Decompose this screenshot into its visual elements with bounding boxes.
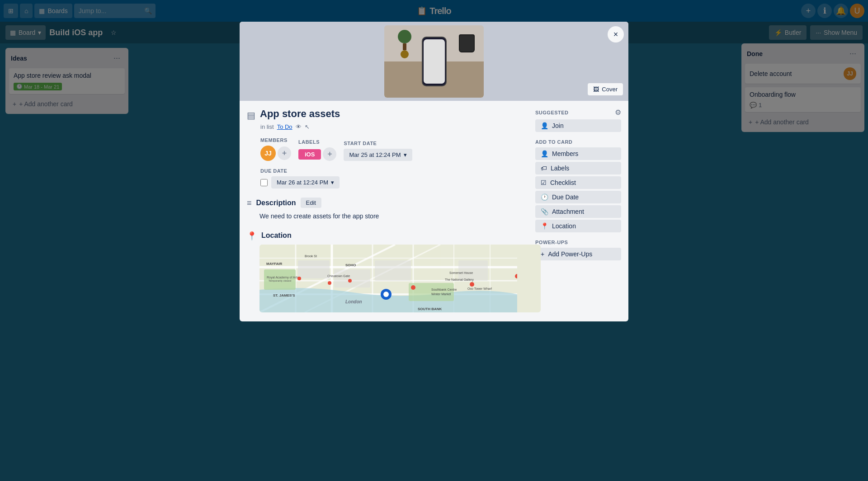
user-icon: 👤: [541, 122, 548, 129]
description-section: ≡ Description Edit We need to create ass…: [247, 198, 528, 221]
clock-icon: 🕐: [541, 193, 548, 201]
meta-row: MEMBERS JJ + LABELS i: [260, 137, 528, 161]
svg-point-36: [411, 285, 415, 290]
card-modal: 🖼 Cover × ▤ App store assets in list To …: [240, 22, 628, 321]
labels-button[interactable]: 🏷 Labels: [535, 162, 621, 174]
due-date-label: DUE DATE: [260, 168, 528, 174]
plus-icon: +: [541, 250, 544, 258]
chevron-down-icon: ▾: [331, 179, 334, 186]
attachment-icon: 📎: [541, 208, 548, 215]
svg-text:Winter Market: Winter Market: [431, 292, 451, 296]
user-icon: 👤: [541, 150, 548, 157]
location-button[interactable]: 📍 Location: [535, 220, 621, 232]
svg-text:ST. JAMES'S: ST. JAMES'S: [273, 293, 295, 297]
modal-body: ▤ App store assets in list To Do 👁 ↖ MEM…: [240, 101, 628, 321]
join-label: Join: [552, 122, 564, 129]
due-date-picker[interactable]: Mar 26 at 12:24 PM ▾: [271, 176, 340, 189]
start-date-picker[interactable]: Mar 25 at 12:24 PM ▾: [344, 149, 412, 161]
in-list-label: in list: [260, 123, 274, 130]
start-date-label: START DATE: [344, 141, 412, 146]
card-title-heading: App store assets: [260, 108, 340, 120]
description-icon: ≡: [247, 198, 252, 208]
members-label: MEMBERS: [260, 137, 291, 143]
plus-icon: +: [282, 149, 287, 158]
svg-text:Royal Academy of Arts: Royal Academy of Arts: [267, 276, 299, 279]
checklist-button[interactable]: ☑ Checklist: [535, 176, 621, 189]
watch-icon: 👁: [296, 123, 302, 130]
svg-text:London: London: [345, 299, 362, 304]
svg-point-35: [383, 292, 389, 297]
add-to-card-label: ADD TO CARD: [535, 139, 621, 145]
add-to-card-section: ADD TO CARD 👤 Members 🏷 Labels ☑ Checkli…: [535, 139, 621, 232]
attachment-button[interactable]: 📎 Attachment: [535, 205, 621, 218]
due-date-button[interactable]: 🕐 Due Date: [535, 191, 621, 203]
due-date-value: Mar 26 at 12:24 PM: [277, 179, 328, 186]
checklist-label: Checklist: [550, 179, 576, 186]
svg-text:Southbank Centre: Southbank Centre: [431, 288, 457, 291]
location-header: 📍 Location: [247, 230, 528, 241]
settings-icon-button[interactable]: ⚙: [615, 108, 621, 117]
power-ups-section: POWER-UPS + Add Power-Ups: [535, 240, 621, 260]
power-ups-label: POWER-UPS: [535, 240, 621, 245]
svg-text:Brook St: Brook St: [305, 255, 317, 258]
svg-text:SOHO: SOHO: [345, 263, 356, 267]
cover-icon: 🖼: [593, 86, 599, 93]
checklist-icon: ☑: [541, 179, 547, 186]
description-text: We need to create assets for the app sto…: [259, 212, 528, 221]
members-button[interactable]: 👤 Members: [535, 147, 621, 160]
start-date-value: Mar 25 at 12:24 PM: [349, 151, 401, 158]
svg-point-38: [348, 279, 352, 283]
gear-icon: ⚙: [615, 108, 621, 116]
cover-button[interactable]: 🖼 Cover: [588, 83, 623, 95]
add-label-button[interactable]: +: [323, 147, 336, 161]
close-icon: ×: [613, 30, 618, 39]
label-tag: iOS: [298, 149, 321, 160]
suggested-section: SUGGESTED ⚙ 👤 Join: [535, 108, 621, 132]
svg-text:Chinatown Gate: Chinatown Gate: [327, 274, 350, 278]
labels-label: LABELS: [298, 139, 336, 145]
labels-sidebar-label: Labels: [551, 165, 569, 172]
location-title: Location: [261, 231, 292, 240]
start-date-section: START DATE Mar 25 at 12:24 PM ▾: [344, 141, 412, 161]
location-sidebar-label: Location: [552, 222, 576, 230]
cover-label: Cover: [602, 86, 618, 93]
svg-rect-14: [409, 283, 454, 301]
card-title-row: ▤ App store assets: [247, 108, 528, 121]
card-icon: ▤: [247, 110, 255, 121]
members-sidebar-label: Members: [552, 150, 578, 157]
add-power-ups-label: Add Power-Ups: [548, 250, 592, 258]
join-button[interactable]: 👤 Join: [535, 119, 621, 132]
location-section: 📍 Location: [247, 230, 528, 312]
svg-text:Temporarily closed: Temporarily closed: [269, 279, 291, 282]
description-header: ≡ Description Edit: [247, 198, 528, 208]
svg-rect-16: [334, 269, 370, 288]
modal-overlay[interactable]: 🖼 Cover × ▤ App store assets in list To …: [0, 0, 868, 481]
member-initials: JJ: [264, 150, 272, 157]
list-link[interactable]: To Do: [277, 123, 292, 130]
labels-section: LABELS iOS +: [298, 139, 336, 161]
svg-point-39: [328, 281, 331, 285]
svg-text:The National Gallery: The National Gallery: [445, 278, 474, 282]
svg-point-33: [297, 277, 301, 280]
attachment-label: Attachment: [552, 208, 584, 215]
location-pin-icon: 📍: [247, 231, 257, 241]
svg-rect-15: [298, 260, 330, 278]
location-map[interactable]: MAYFAIR Brook St SOHO Chinatown Gate ST.…: [259, 245, 541, 312]
svg-text:Oxo Tower Wharf: Oxo Tower Wharf: [467, 287, 492, 290]
modal-close-button[interactable]: ×: [608, 26, 624, 42]
add-member-button[interactable]: +: [278, 146, 291, 160]
suggested-label: SUGGESTED ⚙: [535, 108, 621, 117]
edit-label: Edit: [306, 199, 316, 206]
edit-description-button[interactable]: Edit: [301, 198, 321, 208]
add-power-ups-button[interactable]: + Add Power-Ups: [535, 248, 621, 260]
cursor-icon: ↖: [305, 123, 310, 130]
member-avatar: JJ: [260, 146, 276, 161]
svg-text:SOUTH BANK: SOUTH BANK: [418, 307, 442, 311]
due-date-row: DUE DATE Mar 26 at 12:24 PM ▾: [260, 168, 528, 189]
card-subtitle: in list To Do 👁 ↖: [260, 123, 528, 130]
modal-cover: 🖼 Cover ×: [240, 22, 628, 101]
chevron-down-icon: ▾: [404, 151, 407, 158]
due-date-checkbox[interactable]: [260, 179, 268, 186]
svg-text:Somerset House: Somerset House: [449, 271, 473, 274]
plus-icon: +: [327, 150, 332, 159]
